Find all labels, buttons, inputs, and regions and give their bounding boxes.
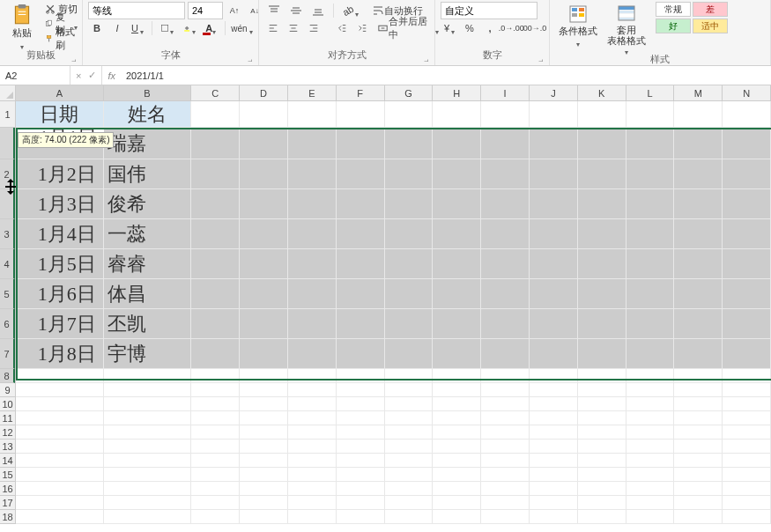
cell[interactable]: [578, 279, 626, 309]
row-header[interactable]: 13: [0, 440, 15, 454]
cell[interactable]: [723, 468, 771, 482]
cell[interactable]: [104, 510, 192, 524]
style-bad[interactable]: 差: [693, 2, 728, 17]
cell[interactable]: [723, 397, 771, 411]
cell[interactable]: [674, 369, 723, 383]
cell[interactable]: [240, 249, 288, 279]
cell[interactable]: [337, 189, 385, 219]
paste-button[interactable]: 粘贴: [5, 2, 39, 47]
cell[interactable]: [481, 249, 530, 279]
cell[interactable]: [240, 339, 288, 369]
cell[interactable]: [674, 279, 723, 309]
style-good[interactable]: 好: [656, 18, 691, 33]
cell[interactable]: 丕凯: [104, 309, 192, 339]
cell[interactable]: [481, 454, 530, 468]
column-header-A[interactable]: A: [16, 85, 104, 100]
row-header[interactable]: 15: [0, 468, 15, 482]
cell[interactable]: [385, 339, 434, 369]
cell[interactable]: [674, 440, 723, 454]
cell[interactable]: [674, 128, 723, 159]
column-header-N[interactable]: N: [723, 85, 771, 100]
cell[interactable]: [481, 440, 530, 454]
font-name-input[interactable]: [88, 2, 185, 19]
cell[interactable]: [674, 189, 723, 219]
comma-button[interactable]: ,: [481, 19, 499, 37]
cell[interactable]: [723, 249, 771, 279]
cell[interactable]: [240, 309, 288, 339]
cell[interactable]: [191, 510, 240, 524]
cell[interactable]: [626, 369, 675, 383]
cell[interactable]: [337, 468, 385, 482]
column-header-C[interactable]: C: [191, 85, 240, 100]
cell[interactable]: [385, 309, 434, 339]
cell[interactable]: [288, 468, 337, 482]
number-expand[interactable]: [538, 55, 547, 63]
currency-button[interactable]: ¥: [441, 19, 458, 37]
cell[interactable]: [433, 440, 481, 454]
cell[interactable]: [288, 339, 337, 369]
cell[interactable]: [433, 411, 481, 425]
cell[interactable]: [191, 411, 240, 425]
cell[interactable]: [337, 128, 385, 159]
cell[interactable]: [288, 440, 337, 454]
row-resize-handle[interactable]: [5, 181, 16, 192]
cell[interactable]: [530, 510, 578, 524]
cell[interactable]: [481, 128, 530, 159]
cell[interactable]: [288, 454, 337, 468]
cell[interactable]: [626, 159, 675, 189]
cell[interactable]: [433, 189, 481, 219]
cell[interactable]: [385, 482, 434, 496]
cell[interactable]: [674, 101, 723, 128]
cell[interactable]: [481, 411, 530, 425]
cell[interactable]: [674, 219, 723, 249]
cell[interactable]: [240, 440, 288, 454]
increase-decimal-button[interactable]: .0→.00: [501, 19, 522, 37]
cell[interactable]: [16, 468, 104, 482]
cell[interactable]: [16, 411, 104, 425]
fx-icon[interactable]: fx: [102, 70, 121, 81]
cell[interactable]: [578, 128, 626, 159]
cell[interactable]: [723, 309, 771, 339]
cell[interactable]: 1月5日: [16, 249, 104, 279]
cell[interactable]: [104, 454, 192, 468]
align-middle-button[interactable]: [286, 2, 306, 19]
align-bottom-button[interactable]: [308, 2, 328, 19]
cell[interactable]: [337, 369, 385, 383]
cell[interactable]: [723, 128, 771, 159]
cell[interactable]: 睿睿: [104, 249, 192, 279]
border-button[interactable]: [158, 19, 177, 37]
cell[interactable]: [674, 249, 723, 279]
cell[interactable]: [530, 279, 578, 309]
number-format-input[interactable]: [441, 2, 537, 19]
cell[interactable]: [16, 397, 104, 411]
cell[interactable]: [240, 159, 288, 189]
cell[interactable]: [481, 369, 530, 383]
cell[interactable]: [433, 369, 481, 383]
cell[interactable]: [626, 189, 675, 219]
cell[interactable]: 1月8日: [16, 339, 104, 369]
cell[interactable]: [385, 510, 434, 524]
cell[interactable]: [433, 468, 481, 482]
cell[interactable]: 一蕊: [104, 219, 192, 249]
row-header[interactable]: 1: [0, 101, 15, 128]
cell[interactable]: [104, 468, 192, 482]
cell[interactable]: [481, 279, 530, 309]
cell[interactable]: [288, 496, 337, 510]
cell[interactable]: [288, 425, 337, 440]
cell-grid[interactable]: 日期姓名瑞嘉1月2日国伟1月3日俊希1月4日一蕊1月5日睿睿1月6日体昌1月7日…: [16, 101, 771, 532]
cell[interactable]: [433, 454, 481, 468]
row-header[interactable]: 4: [0, 249, 15, 279]
cell[interactable]: [481, 496, 530, 510]
cell[interactable]: [626, 510, 675, 524]
cell[interactable]: [16, 383, 104, 397]
cell[interactable]: [104, 369, 192, 383]
column-header-B[interactable]: B: [104, 85, 192, 100]
align-center-button[interactable]: [285, 19, 302, 37]
cell[interactable]: [530, 219, 578, 249]
cell[interactable]: [104, 383, 192, 397]
row-header[interactable]: 8: [0, 369, 15, 383]
cell[interactable]: 姓名: [104, 101, 192, 128]
cell[interactable]: 1月2日: [16, 159, 104, 189]
cell[interactable]: [191, 440, 240, 454]
cell[interactable]: [578, 482, 626, 496]
